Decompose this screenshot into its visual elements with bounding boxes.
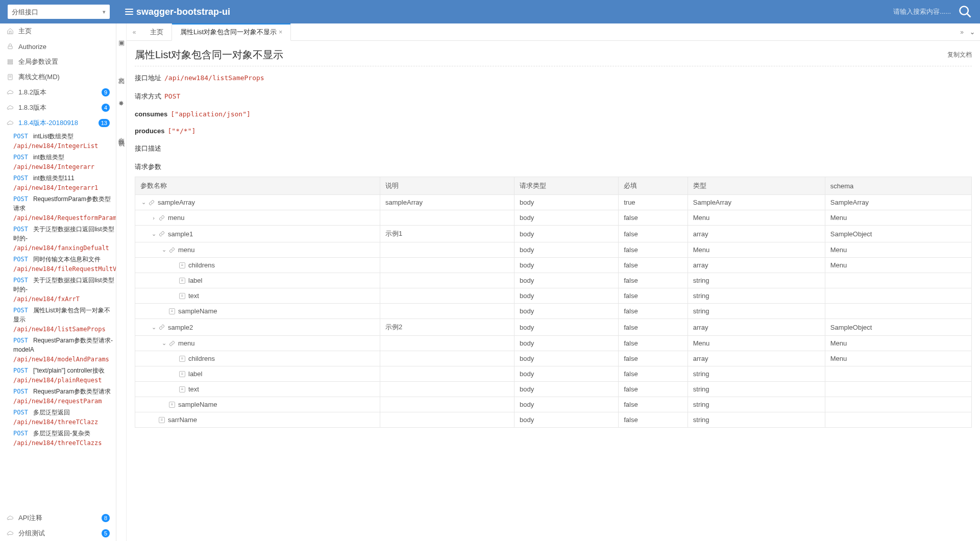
api-url: /api/new184/listSameProps [13,325,116,334]
http-method: POST [13,388,28,395]
sidebar-item-label: 主页 [18,27,32,36]
params-table: 参数名称说明请求类型必填类型schema ⌄sampleArraysampleA… [135,177,972,428]
svg-point-0 [960,7,968,15]
sidebar-item-6[interactable]: 1.8.4版本-2018091813 [0,115,116,131]
param-reqtype: body [514,351,618,366]
api-tree-node[interactable]: POSTRequestformParam参数类型请求/api/new184/Re… [0,193,116,224]
param-reqtype: body [514,210,618,226]
close-icon[interactable]: × [279,29,282,36]
api-title: RequestParam参数类型请求-modelA [13,337,113,353]
tabs-collapse-left[interactable]: « [127,23,142,40]
table-row: ⌄sample2示例2bodyfalsearraySampleObject [135,319,972,336]
param-reqtype: body [514,242,618,258]
tree-toggle[interactable]: ⌄ [161,340,167,347]
row-icon: ≡ [179,278,185,284]
tree-toggle[interactable]: ⌄ [161,247,167,253]
http-method: POST [13,367,28,374]
param-desc [380,288,514,304]
row-icon: ≡ [179,262,185,268]
api-tree-node[interactable]: POST属性List对象包含同一对象不显示/api/new184/listSam… [0,305,116,335]
tabs-dropdown-icon[interactable]: ⌄ [970,29,975,36]
tree-toggle[interactable]: › [151,215,157,221]
table-row: ⌄menubodyfalseMenuMenu [135,242,972,258]
http-method: POST [13,175,28,182]
hamburger-icon[interactable] [125,7,133,16]
sidebar-item-4[interactable]: 1.8.2版本9 [0,85,116,100]
sidebar-bottom-item-0[interactable]: API注释8 [0,510,116,526]
sidebar-item-0[interactable]: 主页 [0,23,116,39]
http-method: POST [13,337,28,344]
param-schema: SampleObject [825,319,971,336]
http-method: POST [13,256,28,263]
sidebar-item-label: 全局参数设置 [18,57,58,66]
table-row: ≡sampleNamebodyfalsestring [135,304,972,319]
table-row: ≡textbodyfalsestring [135,382,972,397]
badge: 8 [102,514,110,522]
param-type: Menu [688,242,825,258]
param-schema [825,366,971,382]
api-tree-node[interactable]: POSTint数组类型/api/new184/Integerarr [0,152,116,173]
tab-active[interactable]: 属性List对象包含同一对象不显示 × [172,23,291,41]
sidebar-item-1[interactable]: Authorize [0,39,116,54]
svg-line-1 [967,14,971,17]
param-schema [825,273,971,288]
tab-doc[interactable]: 文档 [117,72,126,74]
row-icon: ≡ [169,402,175,408]
api-title: int数组类型 [33,154,64,161]
param-desc [380,304,514,319]
copy-doc-button[interactable]: 复制文档 [947,51,972,59]
api-tree-node[interactable]: POST关于泛型数据接口返回list类型时的-/api/new184/fanxi… [0,224,116,254]
param-reqtype: body [514,319,618,336]
vertical-tabs: ▣ 文档 ✸ 在线调试 [116,23,127,541]
api-tree-node[interactable]: POSTintList数组类型/api/new184/IntegerList [0,131,116,152]
param-type: Menu [688,336,825,351]
svg-rect-5 [8,63,12,64]
sidebar-item-2[interactable]: 全局参数设置 [0,54,116,69]
param-required: false [619,412,688,428]
param-required: false [619,382,688,397]
api-tree-node[interactable]: POST关于泛型数据接口返回list类型时的-/api/new184/fxArr… [0,275,116,305]
column-header: 必填 [619,177,688,195]
sidebar-item-label: 1.8.3版本 [18,103,46,112]
sidebar-item-5[interactable]: 1.8.3版本4 [0,100,116,115]
param-required: false [619,288,688,304]
page-title: 属性List对象包含同一对象不显示 [135,48,283,62]
param-required: false [619,336,688,351]
param-required: false [619,319,688,336]
api-title: 关于泛型数据接口返回list类型时的- [13,277,114,293]
tree-toggle[interactable]: ⌄ [151,324,157,331]
table-row: ⌄sampleArraysampleArraybodytrueSampleArr… [135,195,972,210]
group-select[interactable]: 分组接口 [8,5,110,19]
api-title: 多层泛型返回-复杂类 [33,430,90,437]
params-label: 请求参数 [135,162,972,171]
api-tree-node[interactable]: POST多层泛型返回/api/new184/threeTClazz [0,407,116,428]
param-name: label [188,370,202,378]
search-placeholder-text[interactable]: 请输入搜索内容...... [893,7,951,16]
param-name: sarrName [168,416,197,424]
tabs-scroll-right[interactable]: » [960,29,964,36]
tab-debug[interactable]: 在线调试 [117,133,126,137]
tree-toggle[interactable]: ⌄ [151,231,157,237]
param-name: sample1 [168,230,193,238]
param-schema [825,304,971,319]
link-icon [169,247,175,253]
sidebar-bottom-item-1[interactable]: 分组测试5 [0,526,116,541]
api-tree-node[interactable]: POST["text/plain"] controller接收/api/new1… [0,365,116,386]
param-desc [380,258,514,273]
api-url: /api/new184/fanxingDefualt [13,243,116,253]
param-required: false [619,226,688,242]
cloud-icon [6,104,14,112]
api-tree-node[interactable]: POST多层泛型返回-复杂类/api/new184/threeTClazzs [0,428,116,449]
sidebar-item-3[interactable]: 离线文档(MD) [0,69,116,85]
api-tree-node[interactable]: POSTRequestParam参数类型请求/api/new184/reques… [0,386,116,407]
param-reqtype: body [514,382,618,397]
param-type: array [688,319,825,336]
tab-home[interactable]: 主页 [142,23,172,40]
api-tree-node[interactable]: POSTint数组类型111/api/new184/Integerarr1 [0,173,116,193]
param-reqtype: body [514,336,618,351]
api-tree-node[interactable]: POSTRequestParam参数类型请求-modelA/api/new184… [0,335,116,365]
search-icon[interactable] [958,5,972,19]
cloud-icon [6,529,14,537]
api-tree-node[interactable]: POST同时传输文本信息和文件/api/new184/fileRequestMu… [0,254,116,275]
tree-toggle[interactable]: ⌄ [140,199,146,206]
